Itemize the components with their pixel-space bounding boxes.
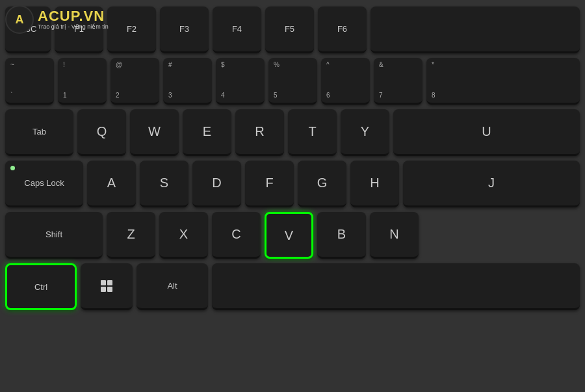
key-q[interactable]: Q	[77, 109, 126, 156]
key-t[interactable]: T	[288, 109, 337, 156]
key-y[interactable]: Y	[341, 109, 389, 156]
six-label: 6	[326, 92, 330, 99]
c-label: C	[231, 227, 240, 242]
key-tab[interactable]: Tab	[5, 109, 73, 156]
f2-label: F2	[127, 24, 136, 34]
q-label: Q	[97, 124, 107, 139]
f3-label: F3	[179, 24, 189, 34]
s-label: S	[160, 176, 168, 190]
key-backtick[interactable]: ~ `	[5, 58, 54, 105]
key-f-partial[interactable]	[370, 7, 580, 53]
windows-icon	[101, 280, 112, 292]
hash-label: #	[168, 62, 172, 68]
key-n[interactable]: N	[370, 212, 419, 259]
logo-main-text: ACUP.VN	[38, 9, 109, 23]
u-label: U	[482, 124, 491, 139]
key-b[interactable]: B	[317, 212, 366, 259]
keyboard: ESC F1 F2 F3 F4 F5 F6 ~ ` ! 1	[0, 0, 585, 392]
logo-icon: A	[5, 5, 34, 34]
key-2[interactable]: @ 2	[110, 58, 159, 105]
percent-label: %	[274, 62, 280, 68]
key-v[interactable]: V	[265, 212, 313, 259]
key-5[interactable]: % 5	[268, 58, 317, 105]
key-shift[interactable]: Shift	[5, 212, 103, 259]
w-label: W	[148, 124, 161, 139]
y-label: Y	[361, 124, 369, 139]
key-e[interactable]: E	[183, 109, 231, 156]
bottom-key-row: Ctrl Alt	[5, 263, 580, 310]
j-label: J	[488, 176, 495, 190]
key-f5[interactable]: F5	[265, 7, 314, 53]
key-a[interactable]: A	[87, 161, 136, 207]
b-label: B	[337, 227, 346, 242]
seven-label: 7	[379, 92, 383, 99]
key-f3[interactable]: F3	[160, 7, 209, 53]
h-label: H	[370, 176, 379, 190]
z-label: Z	[127, 227, 135, 242]
alt-label: Alt	[167, 281, 177, 291]
key-h[interactable]: H	[350, 161, 399, 207]
v-label: V	[285, 228, 293, 243]
caps-lock-label: Caps Lock	[24, 178, 64, 188]
tab-label: Tab	[32, 127, 46, 137]
key-ctrl[interactable]: Ctrl	[5, 263, 77, 310]
key-g[interactable]: G	[298, 161, 346, 207]
key-space[interactable]	[212, 263, 580, 310]
key-f[interactable]: F	[245, 161, 294, 207]
tab-key-row: Tab Q W E R T Y U	[5, 109, 580, 156]
x-label: X	[179, 227, 188, 242]
svg-text:A: A	[16, 13, 24, 26]
caret-label: ^	[326, 62, 330, 68]
key-u[interactable]: U	[393, 109, 580, 156]
key-s[interactable]: S	[140, 161, 188, 207]
eight-label: 8	[432, 92, 436, 99]
key-caps-lock[interactable]: Caps Lock	[5, 161, 83, 207]
three-label: 3	[168, 92, 172, 99]
star-label: *	[432, 62, 434, 68]
key-j[interactable]: J	[403, 161, 580, 207]
shift-label: Shift	[46, 229, 62, 239]
key-1[interactable]: ! 1	[58, 58, 107, 105]
logo-text: ACUP.VN Trao giá trị - Vững niềm tin	[38, 9, 109, 30]
at-label: @	[116, 62, 122, 68]
exclaim-label: !	[63, 62, 65, 68]
two-label: 2	[116, 92, 120, 99]
dollar-label: $	[221, 62, 225, 68]
caps-lock-indicator	[10, 166, 15, 170]
logo: A ACUP.VN Trao giá trị - Vững niềm tin	[5, 5, 109, 34]
f5-label: F5	[285, 24, 294, 34]
one-label: 1	[63, 92, 67, 99]
d-label: D	[212, 176, 221, 190]
number-key-row: ~ ` ! 1 @ 2 # 3 $ 4 % 5 ^ 6 & 7	[5, 58, 580, 105]
key-f4[interactable]: F4	[213, 7, 261, 53]
key-f6[interactable]: F6	[318, 7, 367, 53]
ctrl-label: Ctrl	[34, 282, 47, 292]
e-label: E	[203, 124, 211, 139]
backtick-label: `	[10, 92, 12, 99]
key-d[interactable]: D	[192, 161, 241, 207]
tilde-label: ~	[10, 62, 14, 68]
key-8-partial[interactable]: * 8	[426, 58, 580, 105]
key-3[interactable]: # 3	[163, 58, 212, 105]
key-4[interactable]: $ 4	[216, 58, 265, 105]
shift-key-row: Shift Z X C V B N	[5, 212, 580, 259]
key-c[interactable]: C	[212, 212, 261, 259]
key-w[interactable]: W	[130, 109, 179, 156]
key-6[interactable]: ^ 6	[321, 58, 370, 105]
f6-label: F6	[337, 24, 347, 34]
key-z[interactable]: Z	[107, 212, 155, 259]
four-label: 4	[221, 92, 225, 99]
logo-sub-text: Trao giá trị - Vững niềm tin	[38, 23, 109, 30]
key-alt[interactable]: Alt	[136, 263, 208, 310]
g-label: G	[317, 176, 328, 190]
key-x[interactable]: X	[159, 212, 208, 259]
caps-key-row: Caps Lock A S D F G H J	[5, 161, 580, 207]
a-label: A	[107, 176, 116, 190]
key-f2[interactable]: F2	[107, 7, 156, 53]
amp-label: &	[379, 62, 384, 68]
key-win[interactable]	[81, 263, 133, 310]
five-label: 5	[274, 92, 278, 99]
key-7[interactable]: & 7	[374, 58, 422, 105]
key-r[interactable]: R	[235, 109, 284, 156]
t-label: T	[308, 124, 316, 139]
